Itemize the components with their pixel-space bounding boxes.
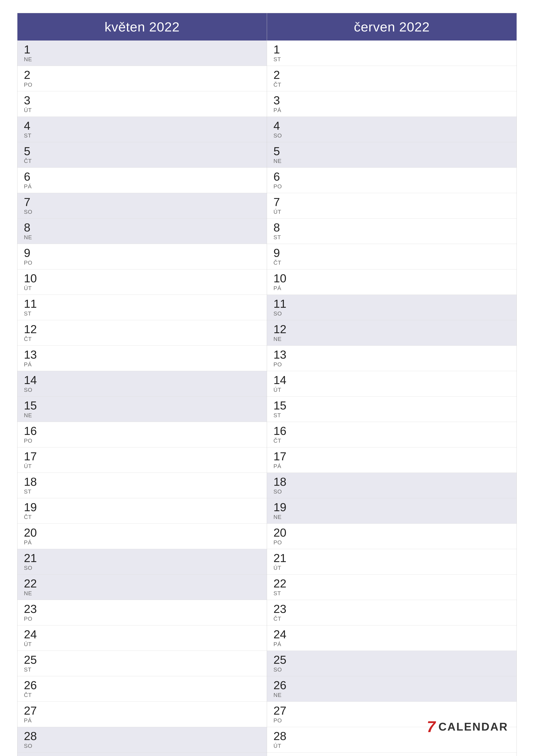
- day-number: 28: [24, 730, 37, 742]
- day-number-block: 6 PÁ: [24, 171, 43, 190]
- day-row: 12 NE: [267, 320, 517, 346]
- day-number: 4: [24, 120, 30, 131]
- calendar-container: květen 2022 1 NE 2 PO 3 ÚT 4 ST: [0, 0, 534, 756]
- day-number: 20: [24, 527, 37, 538]
- day-name: ÚT: [273, 742, 281, 749]
- day-name: PO: [273, 183, 282, 190]
- day-row: 29 ST: [267, 753, 517, 756]
- day-number: 21: [273, 552, 286, 564]
- day-row: 18 ST: [17, 473, 267, 498]
- day-number-block: 10 ÚT: [24, 272, 43, 292]
- day-number: 11: [273, 298, 286, 310]
- day-name: ČT: [24, 158, 32, 164]
- day-name: ST: [24, 310, 32, 317]
- day-number: 6: [24, 171, 30, 182]
- day-row: 24 ÚT: [17, 625, 267, 651]
- day-name: PÁ: [24, 183, 32, 190]
- day-name: ÚT: [273, 387, 281, 393]
- day-row: 21 SO: [17, 549, 267, 575]
- day-row: 12 ČT: [17, 320, 267, 346]
- day-number-block: 25 SO: [273, 654, 293, 673]
- day-row: 8 NE: [17, 219, 267, 244]
- day-number-block: 23 ČT: [273, 603, 293, 622]
- day-number-block: 18 ST: [24, 476, 43, 495]
- day-number: 7: [24, 196, 30, 208]
- day-row: 20 PO: [267, 524, 517, 549]
- day-name: ČT: [24, 514, 32, 521]
- day-name: PO: [273, 539, 282, 546]
- day-name: PÁ: [273, 107, 281, 114]
- day-row: 26 NE: [267, 676, 517, 702]
- day-number: 6: [273, 171, 280, 182]
- day-number-block: 21 ÚT: [273, 552, 293, 571]
- day-row: 4 ST: [17, 117, 267, 142]
- day-row: 27 PÁ: [17, 702, 267, 727]
- day-number-block: 26 NE: [273, 679, 293, 698]
- day-row: 5 ČT: [17, 142, 267, 168]
- day-number: 24: [273, 629, 286, 640]
- day-row: 22 ST: [267, 575, 517, 600]
- day-row: 2 PO: [17, 66, 267, 92]
- day-number-block: 5 NE: [273, 145, 293, 164]
- day-name: SO: [24, 209, 33, 215]
- day-name: PÁ: [273, 641, 281, 648]
- day-number-block: 11 SO: [273, 298, 293, 317]
- day-row: 14 SO: [17, 371, 267, 396]
- day-name: PO: [24, 438, 33, 444]
- day-row: 2 ČT: [267, 66, 517, 92]
- day-name: ST: [24, 132, 32, 139]
- day-row: 6 PO: [267, 168, 517, 193]
- day-number: 17: [24, 450, 37, 462]
- day-number-block: 14 ÚT: [273, 374, 293, 393]
- day-number-block: 13 PÁ: [24, 349, 43, 368]
- day-number-block: 22 NE: [24, 578, 43, 597]
- day-number: 7: [273, 196, 280, 208]
- day-number-block: 3 PÁ: [273, 94, 293, 114]
- logo-icon: 7: [427, 719, 435, 735]
- day-name: SO: [273, 666, 282, 673]
- day-name: ST: [24, 666, 32, 673]
- day-number-block: 20 PO: [273, 527, 293, 546]
- day-number-block: 24 ÚT: [24, 629, 43, 648]
- day-number: 12: [24, 323, 37, 335]
- day-number-block: 25 ST: [24, 654, 43, 673]
- day-row: 14 ÚT: [267, 371, 517, 396]
- day-number-block: 16 ČT: [273, 425, 293, 444]
- day-row: 5 NE: [267, 142, 517, 168]
- day-number: 25: [273, 654, 286, 665]
- day-row: 1 ST: [267, 40, 517, 66]
- day-number: 10: [273, 272, 286, 284]
- day-row: 15 ST: [267, 396, 517, 422]
- may-days-container: 1 NE 2 PO 3 ÚT 4 ST 5 ČT: [17, 40, 267, 756]
- day-number: 14: [24, 374, 37, 386]
- day-name: SO: [273, 310, 282, 317]
- day-number-block: 11 ST: [24, 298, 43, 317]
- day-number: 15: [24, 399, 37, 411]
- day-row: 6 PÁ: [17, 168, 267, 193]
- months-grid: květen 2022 1 NE 2 PO 3 ÚT 4 ST: [17, 13, 517, 756]
- day-number: 22: [273, 578, 286, 589]
- month-column-june: červen 2022 1 ST 2 ČT 3 PÁ 4 SO: [267, 13, 517, 756]
- month-title-june: červen 2022: [354, 19, 430, 34]
- day-number: 17: [273, 450, 286, 462]
- day-number-block: 7 ÚT: [273, 196, 293, 215]
- day-number-block: 4 SO: [273, 120, 293, 139]
- day-number: 16: [273, 425, 286, 437]
- day-row: 18 SO: [267, 473, 517, 498]
- day-number: 18: [273, 476, 286, 487]
- day-name: NE: [24, 56, 32, 63]
- day-number: 27: [24, 705, 37, 716]
- day-number-block: 7 SO: [24, 196, 43, 215]
- day-number-block: 21 SO: [24, 552, 43, 571]
- day-number-block: 28 SO: [24, 730, 43, 749]
- day-number-block: 20 PÁ: [24, 527, 43, 546]
- day-number-block: 22 ST: [273, 578, 293, 597]
- day-number-block: 6 PO: [273, 171, 293, 190]
- day-number-block: 9 ČT: [273, 247, 293, 266]
- day-number: 22: [24, 578, 37, 589]
- day-row: 20 PÁ: [17, 524, 267, 549]
- day-name: NE: [24, 234, 32, 241]
- day-number: 4: [273, 120, 280, 131]
- day-number: 1: [273, 43, 280, 55]
- day-number: 14: [273, 374, 286, 386]
